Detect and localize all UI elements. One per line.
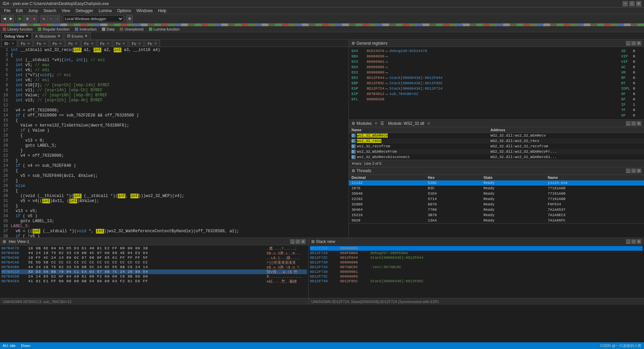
stack-minimize[interactable]: _	[626, 239, 631, 244]
tab-debug-close[interactable]: ✕	[25, 34, 29, 38]
close-btn[interactable]: ✕	[636, 1, 641, 6]
code-tab-8[interactable]: Fs·✕	[129, 40, 144, 47]
sub-tab-strip: Debug View ✕ A Structures ✕ ⚂ Enums ✕	[0, 32, 644, 40]
tab-debug-view[interactable]: Debug View ✕	[1, 33, 32, 39]
menu-file[interactable]: File	[1, 8, 13, 14]
maximize-btn[interactable]: □	[629, 1, 635, 6]
code-tab-1[interactable]: Fs·✕	[18, 40, 33, 47]
hex-row-1: 007B4C70 18 8B 6E 04 03 D5 D3 D1 40 81 E…	[1, 246, 307, 251]
reg-minimize[interactable]: _	[626, 41, 631, 46]
tab-enums-close[interactable]: ✕	[85, 34, 88, 38]
stack-row-6[interactable]: 0D12F738 00000001	[310, 269, 643, 274]
thread-row-7[interactable]: 15216 3B70 Ready 7A1A0EC3	[349, 212, 644, 218]
reg-maximize[interactable]: □	[631, 41, 636, 46]
mod-icon-d2: D	[352, 139, 356, 143]
modules-row-recv[interactable]: Dws2_32_recv WS2_32.dll:ws2_32_recv	[349, 138, 644, 144]
hex-row-2: 007B4C80 44 24 18 75 02 33 C0 8B 4C 97 0…	[1, 251, 307, 255]
hex-content[interactable]: 007B4C70 18 8B 6E 04 03 D5 D3 D1 40 81 E…	[0, 245, 308, 298]
thread-row-4[interactable]: 22292 5714 Ready 77191A00	[349, 196, 644, 202]
thread-row-6[interactable]: 30464 7700 Ready 7A1A6537	[349, 207, 644, 212]
thr-close[interactable]: ✕	[637, 168, 641, 173]
code-tab-id[interactable]: ID··✕	[1, 40, 17, 47]
stack-row-7[interactable]: 0D12F73C 00000009	[310, 274, 643, 279]
modules-row-wsarecv[interactable]: Dws2_32_WSARecv WS2_32.dll:ws2_32_WSARec…	[349, 133, 644, 138]
stack-maximize[interactable]: □	[631, 239, 636, 244]
main-content: ID··✕ Fs·✕ Fs·✕ Fs·✕ Fs·✕ Fs·✕ Fs·✕ Fs·✕…	[0, 40, 644, 238]
modules-row-wsarecvdisconnect[interactable]: Dws2_32_WSARecvDisconnect WS2_32.dll:ws2…	[349, 154, 644, 160]
flag-tf: TF0	[621, 107, 641, 113]
registers-panel: ⚙ General registers _ □ ✕ EAX 0CE24370 ↦…	[349, 40, 644, 120]
mod-minimize[interactable]: _	[626, 121, 631, 126]
modules-row-wsarecvfrom[interactable]: Dws2_32_WSARecvFrom WS2_32.dll:ws2_32_WS…	[349, 149, 644, 154]
thread-row-1[interactable]: 21132 528C Ready yixin.exe	[349, 180, 644, 186]
code-tab-4[interactable]: Fs·✕	[65, 40, 80, 47]
stack-row-4[interactable]: 0D12F730 00000000	[310, 260, 643, 265]
thread-row-3[interactable]: 20948 51D4 Ready 77191A00	[349, 191, 644, 196]
step-out-btn[interactable]: ↑	[55, 15, 60, 22]
code-line-15: 15 {	[0, 118, 348, 123]
thread-row-5[interactable]: 32880 8070 Ready F6F524	[349, 202, 644, 207]
legend-unexplored-dot	[120, 28, 123, 31]
tab-structures[interactable]: A Structures ✕	[32, 33, 63, 39]
mod-maximize[interactable]: □	[631, 121, 636, 126]
thr-minimize[interactable]: _	[626, 168, 631, 173]
stack-row-8[interactable]: 0D12F740 0D12F85C Stack[00006438]:0D12F8…	[310, 279, 643, 284]
legend-lumina: Lumina function	[149, 27, 180, 31]
thread-row-2[interactable]: 2876 B3C Ready 77191A00	[349, 186, 644, 191]
stack-row-5[interactable]: 0D12F734 007ABC6C .text:007ABC6C	[310, 265, 643, 269]
stack-row-2[interactable]: 0D12F728 060FEB08 debug207:060FEB08	[310, 251, 643, 255]
recv-search-icon: ✕	[352, 161, 355, 166]
hex-maximize[interactable]: □	[296, 239, 300, 244]
pause-btn[interactable]: ⏸	[24, 15, 31, 22]
code-line-25: 25 {	[0, 168, 348, 173]
code-line-8: 8 int v10[2]; // [esp+Ch] [ebp-14h] BYRE…	[0, 83, 348, 88]
step-over-btn[interactable]: →	[47, 15, 54, 22]
code-tab-7[interactable]: Fs·✕	[113, 40, 128, 47]
menu-debugger[interactable]: Debugger	[73, 8, 96, 14]
menu-lumina[interactable]: Lumina	[96, 8, 114, 14]
tab-enums[interactable]: ⚂ Enums ✕	[64, 33, 91, 39]
forward-btn[interactable]: ▶	[8, 15, 14, 22]
threads-panel: ⚙ Threads _ □ ✕ Decimal Hex State Name	[349, 167, 644, 224]
menu-help[interactable]: Help	[155, 8, 169, 14]
menu-search[interactable]: Search	[41, 8, 59, 14]
menu-jump[interactable]: Jump	[25, 8, 41, 14]
menu-view[interactable]: View	[59, 8, 73, 14]
legend-regular-dot	[38, 28, 41, 31]
thr-maximize[interactable]: □	[631, 168, 636, 173]
menu-windows[interactable]: Windows	[134, 8, 156, 14]
run-btn[interactable]: ▶	[17, 15, 23, 22]
stack-row-3[interactable]: 0D12F72C 0D12F844 Stack[00006438]:0D12F8…	[310, 255, 643, 260]
stop-btn[interactable]: ■	[32, 15, 37, 22]
code-tab-6[interactable]: Fs·✕	[97, 40, 112, 47]
hex-row-6: 007B4CC0 8D D3 56 BB 70 04 C1 EA 03 57 8…	[1, 269, 307, 274]
back-btn[interactable]: ◀	[1, 15, 7, 22]
reg-close[interactable]: ✕	[637, 41, 641, 46]
attach-btn[interactable]: ⊕	[126, 15, 133, 22]
reg-esi: ESI 00000000 ↦	[352, 70, 614, 75]
code-tab-5[interactable]: Fs·✕	[81, 40, 96, 47]
stack-content[interactable]: 0D12F724 00000009 0D12F728 060FEB08 debu…	[309, 245, 644, 298]
menu-edit[interactable]: Edit	[13, 8, 25, 14]
step-into-btn[interactable]: ↘	[40, 15, 47, 22]
hex-minimize[interactable]: _	[290, 239, 295, 244]
legend-library-dot	[3, 28, 6, 31]
code-editor[interactable]: 1 int __stdcall ws2_32_recv(int a1, int …	[0, 47, 348, 238]
hex-close[interactable]: ✕	[301, 239, 306, 244]
code-tab-2[interactable]: Fs·✕	[34, 40, 49, 47]
code-tab-9[interactable]: Fs·✕	[145, 40, 160, 47]
menu-options[interactable]: Options	[114, 8, 133, 14]
tab-structures-label: Structures	[39, 34, 56, 38]
threads-col-name: Name	[545, 175, 644, 181]
thread-row-8[interactable]: 5028 13A4 Ready 7A1A66FC	[349, 218, 644, 223]
tab-structures-close[interactable]: ✕	[57, 34, 60, 38]
modules-table: Name Address Dws2_32_WSARecv WS2_32.dll:…	[349, 127, 644, 160]
stack-row-1[interactable]: 0D12F724 00000009	[310, 246, 643, 251]
code-tab-3[interactable]: Fs·✕	[50, 40, 65, 47]
modules-row-recvfrom[interactable]: Dws2_32_recvfrom WS2_32.dll:ws2_32_recvf…	[349, 144, 644, 149]
stack-close[interactable]: ✕	[637, 239, 641, 244]
debugger-select[interactable]: Local Windows debugger	[63, 15, 123, 22]
mod-close[interactable]: ✕	[637, 121, 641, 126]
minimize-btn[interactable]: ─	[623, 1, 628, 6]
modules-panel: ⚙ Modules ✕ ☰ Module: WS2_32.dll ✕ _ □ ✕…	[349, 120, 644, 160]
